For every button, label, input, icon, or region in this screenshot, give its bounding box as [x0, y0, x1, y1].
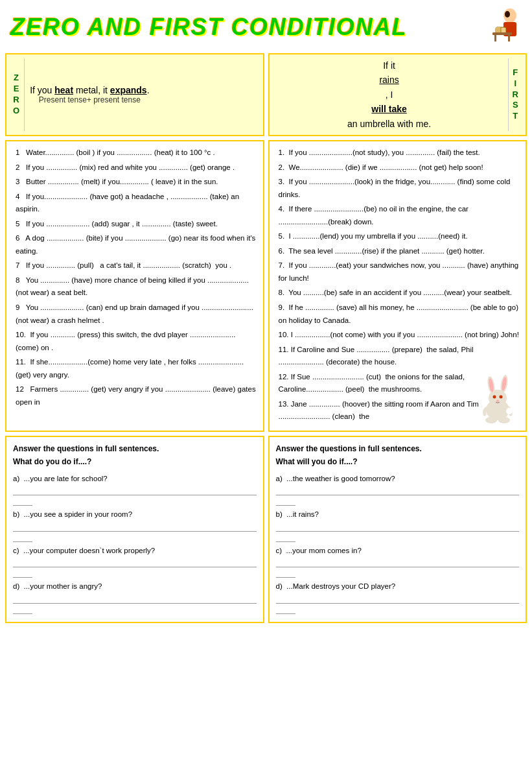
zero-example-box: ZERO If you heat metal, it expands. Pres…: [5, 53, 264, 136]
svg-point-18: [485, 417, 497, 423]
left-answer-box: Answer the questions in full sentences. …: [5, 436, 264, 623]
right-ex-3: 3. If you ......................(look) i…: [276, 176, 520, 201]
left-answer-a-question: a) ...you are late for school?: [13, 473, 257, 486]
left-ex-5: 5 If you ..................... (add) sug…: [13, 218, 257, 231]
zero-label: ZERO: [13, 58, 25, 131]
left-ex-4: 4 If you..................... (have got)…: [13, 191, 257, 216]
right-ex-8: 8. You ..........(be) safe in an acciden…: [276, 287, 520, 300]
left-ex-10: 10. If you ............ (press) this swi…: [13, 329, 257, 354]
zero-example-line2: Present tense+ present tense: [30, 95, 149, 104]
left-ex-8: 8 You .............. (have) more chance …: [13, 274, 257, 300]
first-label: FIRST: [508, 58, 519, 131]
right-answer-c: c) ...your mom comes in?: [276, 545, 520, 578]
right-answer-c-line1: [276, 558, 520, 567]
left-answer-c-question: c) ...your computer doesn`t work properl…: [13, 545, 257, 558]
svg-point-15: [493, 395, 496, 398]
left-answer-c: c) ...your computer doesn`t work properl…: [13, 545, 257, 578]
right-answer-b: b) ...it rains?: [276, 508, 520, 542]
page: ZERO AND FIRST CONDITIONAL ZERO If you: [0, 0, 532, 758]
right-ex-7: 7. If you .............(eat) your sandwi…: [276, 259, 520, 285]
left-answer-d-line1: [13, 595, 257, 604]
svg-rect-6: [492, 32, 512, 35]
first-example-content: If it rains, I will take an umbrella wit…: [276, 58, 503, 131]
left-ex-2: 2 If you ............... (mix) red and w…: [13, 161, 257, 174]
right-answer-c-question: c) ...your mom comes in?: [276, 545, 520, 558]
reading-boy-icon: [483, 8, 522, 47]
right-answer-d-line1: [276, 595, 520, 604]
left-answer-b-line1: [13, 523, 257, 532]
zero-example-line1: If you heat metal, it expands.: [30, 85, 149, 95]
left-ex-3: 3 Butter ............... (melt) if you..…: [13, 176, 257, 189]
left-answer-a-line2: [13, 497, 32, 506]
right-ex-9: 9. If he .............. (save) all his m…: [276, 302, 520, 327]
right-ex-2: 2. We..................... (die) if we .…: [276, 161, 520, 174]
left-ex-1: 1 Water.............. (boil ) if you ...…: [13, 147, 257, 160]
right-answer-b-question: b) ...it rains?: [276, 508, 520, 521]
right-answer-a-line2: [276, 497, 295, 506]
exercises-row: 1 Water.............. (boil ) if you ...…: [5, 140, 527, 432]
svg-point-5: [505, 11, 510, 18]
right-exercise-box: 1. If you .....................(not stud…: [268, 140, 527, 432]
right-answer-d-question: d) ...Mark destroys your CD player?: [276, 580, 520, 593]
left-answer-d: d) ...your mother is angry?: [13, 580, 257, 614]
left-answer-c-line1: [13, 558, 257, 567]
right-answer-a: a) ...the weather is good tomorrow?: [276, 473, 520, 506]
right-answer-d: d) ...Mark destroys your CD player?: [276, 580, 520, 614]
svg-point-19: [498, 417, 510, 423]
rabbit-icon: [477, 372, 519, 424]
first-example-box: If it rains, I will take an umbrella wit…: [268, 53, 527, 136]
svg-rect-8: [508, 35, 510, 41]
right-answer-a-question: a) ...the weather is good tomorrow?: [276, 473, 520, 486]
left-ex-9: 9 You ..................... (can) end up…: [13, 302, 257, 327]
right-answer-d-line2: [276, 605, 295, 614]
svg-point-17: [496, 399, 499, 401]
right-answer-c-line2: [276, 569, 295, 578]
title-bar: ZERO AND FIRST CONDITIONAL: [5, 5, 527, 49]
right-answer-box: Answer the questions in full sentences. …: [268, 436, 527, 623]
left-answer-d-line2: [13, 605, 32, 614]
left-ex-11: 11. If she...................(come) home…: [13, 356, 257, 381]
right-ex-6: 6. The sea level .............(rise) if …: [276, 245, 520, 258]
right-ex-5: 5. I .............(lend) you my umbrella…: [276, 230, 520, 243]
right-answer-b-line2: [276, 533, 295, 542]
svg-point-20: [506, 408, 513, 414]
left-answer-a-line1: [13, 486, 257, 495]
right-ex-11: 11. If Caroline and Sue ................…: [276, 344, 520, 369]
left-answer-b-question: b) ...you see a spider in your room?: [13, 508, 257, 521]
left-answer-b-line2: [13, 533, 32, 542]
left-answer-d-question: d) ...your mother is angry?: [13, 580, 257, 593]
zero-content: If you heat metal, it expands. Present t…: [30, 58, 149, 131]
left-ex-7: 7 If you .............. (pull) a cat's t…: [13, 259, 257, 272]
left-exercise-box: 1 Water.............. (boil ) if you ...…: [5, 140, 264, 432]
left-answer-c-line2: [13, 569, 32, 578]
left-ex-6: 6 A dog .................. (bite) if you…: [13, 232, 257, 257]
right-answer-b-line1: [276, 523, 520, 532]
main-title: ZERO AND FIRST CONDITIONAL: [10, 14, 408, 41]
right-answer-a-line1: [276, 486, 520, 495]
svg-point-16: [500, 395, 503, 398]
right-answer-header: Answer the questions in full sentences. …: [276, 442, 520, 469]
left-answer-header: Answer the questions in full sentences. …: [13, 442, 257, 469]
left-answer-a: a) ...you are late for school?: [13, 473, 257, 506]
examples-row: ZERO If you heat metal, it expands. Pres…: [5, 53, 527, 136]
svg-rect-7: [494, 35, 496, 41]
right-ex-1: 1. If you .....................(not stud…: [276, 147, 520, 160]
left-ex-12: 12 Farmers .............. (get) very ang…: [13, 383, 257, 409]
left-answer-b: b) ...you see a spider in your room?: [13, 508, 257, 542]
right-ex-4: 4. If there ........................(be)…: [276, 203, 520, 228]
answers-row: Answer the questions in full sentences. …: [5, 436, 527, 623]
right-ex-10: 10. I .................(not come) with y…: [276, 329, 520, 342]
